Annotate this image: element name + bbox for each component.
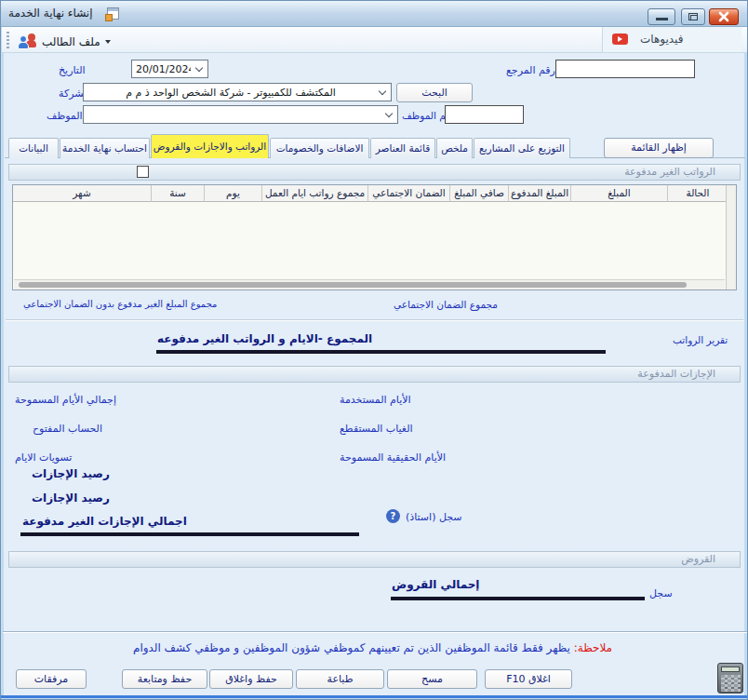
vacation-balance-label-2: رصيد الإجازات <box>32 491 110 505</box>
tab-projects-distribution[interactable]: التوزيع على المشاريع <box>474 138 570 158</box>
tab-additions-deductions[interactable]: الاضافات والخصومات <box>270 138 369 158</box>
chevron-down-icon <box>385 110 393 117</box>
loans-group-header: القروض <box>8 551 741 568</box>
minimize-icon <box>656 18 668 20</box>
clear-button[interactable]: مسح <box>387 669 477 689</box>
close-button[interactable] <box>709 8 739 25</box>
search-button[interactable]: البحث <box>396 83 473 102</box>
reference-number-input[interactable] <box>555 60 695 78</box>
reference-number-label: رقم المرجع <box>506 64 555 76</box>
video-play-icon <box>612 34 628 45</box>
column-header-social-security[interactable]: الضمان الاجتماعي <box>367 185 449 202</box>
videos-label: فيديوهات <box>640 33 683 46</box>
calculator-icon[interactable] <box>717 663 743 693</box>
salaries-report-link[interactable]: تقرير الرواتب <box>673 334 728 345</box>
grid-row-header-strip <box>726 185 736 289</box>
used-days-label: الأيام المستخدمة <box>340 394 411 406</box>
column-header-month[interactable]: شهر <box>13 185 151 202</box>
videos-panel[interactable]: فيديوهات <box>602 27 741 52</box>
company-combobox[interactable]: المكتشف للكمبيوتر - شركة الشخص الواحد ذ … <box>83 83 392 101</box>
employee-number-input[interactable] <box>445 105 524 124</box>
column-header-amount[interactable]: المبلغ <box>570 185 667 202</box>
form-icon <box>107 7 119 20</box>
chevron-down-icon <box>195 64 203 72</box>
vacations-total-double-rule <box>20 532 359 536</box>
footer-note: ملاحظة: يظهر فقط قائمة الموظفين الذين تم… <box>24 641 612 654</box>
total-unpaid-vacations-label: اجمالي الإجازات الغير مدفوعة <box>22 515 187 528</box>
note-prefix: ملاحظة: <box>570 641 612 654</box>
maximize-button[interactable] <box>681 8 705 25</box>
loans-total-label: إحمالي القروض <box>392 578 479 591</box>
scrollbar-thumb[interactable] <box>19 282 687 288</box>
unpaid-salaries-grid[interactable]: شهر سنة يوم مجموع رواتب ايام العمل الضما… <box>12 184 737 290</box>
company-value: المكتشف للكمبيوتر - شركة الشخص الواحد ذ … <box>87 87 374 99</box>
column-header-workdays-salaries-total[interactable]: مجموع رواتب ايام العمل <box>261 185 367 202</box>
close-f10-button[interactable]: F10 اغلاق <box>485 669 572 689</box>
tab-salaries-vacations-loans[interactable]: الرواتب والاجازات والقروض <box>151 134 269 158</box>
tab-items-list[interactable]: قائمة العناصر <box>370 138 435 158</box>
deducted-absence-label: الغياب المستقطع <box>340 423 413 435</box>
maximize-icon <box>688 13 698 20</box>
student-file-button[interactable]: ملف الطالب <box>12 30 116 50</box>
date-combobox[interactable]: 20/01/2024 <box>131 60 208 78</box>
print-button[interactable]: طباعة <box>296 669 384 689</box>
toolbar-grip <box>7 32 9 48</box>
actual-allowed-days-label: الأيام الحقيقية المسموحة <box>340 451 446 464</box>
social-security-total-label: مجموع الضمان الاجتماعي <box>394 299 498 310</box>
vacation-balance-label-1: رصيد الإجازات <box>32 467 110 480</box>
note-text: يظهر فقط قائمة الموظفين الذين تم تعيينهم… <box>133 641 570 654</box>
loans-total-double-rule <box>391 597 645 600</box>
loans-ledger-link[interactable]: سجل <box>649 587 673 599</box>
tab-summary[interactable]: ملخص <box>436 138 473 158</box>
column-header-day[interactable]: يوم <box>204 185 261 202</box>
date-value: 20/01/2024 <box>136 63 191 75</box>
paid-vacations-group-header: الإجازات المدفوعة <box>8 366 741 383</box>
open-account-label: الحساب المفتوح <box>33 423 102 435</box>
column-header-paid-amount[interactable]: المبلغ المدفوع <box>508 185 570 202</box>
end-of-service-window: إنشاء نهاية الخدمة ملف الطالب فيديوهات ا… <box>0 0 748 700</box>
unpaid-without-ss-total-label: مجموع المبلغ الغير مدفوع بدون الضمان الا… <box>23 299 217 309</box>
window-title: إنشاء نهاية الخدمة <box>8 7 93 20</box>
toolbar: ملف الطالب فيديوهات <box>2 27 748 53</box>
show-list-button[interactable]: إظهار القائمة <box>604 138 714 158</box>
grid-horizontal-scrollbar[interactable] <box>14 279 725 289</box>
student-file-icon <box>18 34 36 49</box>
date-label: التاريخ <box>59 64 86 76</box>
unpaid-salaries-group-header: الرواتب الغير مدفوعة <box>8 164 741 181</box>
attachments-button[interactable]: مرفقات <box>16 669 87 689</box>
tab-eos-calculation[interactable]: احتساب نهاية الخدمة <box>60 138 150 158</box>
minimize-button[interactable] <box>648 8 675 25</box>
footer-separator <box>3 631 747 633</box>
tab-data[interactable]: البيانات <box>8 138 59 158</box>
save-continue-button[interactable]: حفظ ومتابعة <box>122 669 207 689</box>
unpaid-salaries-checkbox[interactable] <box>137 166 149 178</box>
chevron-down-icon <box>105 40 111 44</box>
chevron-down-icon <box>379 88 386 95</box>
close-icon <box>710 9 738 24</box>
column-header-status[interactable]: الحالة <box>667 185 728 202</box>
window-bottom-edge <box>1 695 747 698</box>
help-icon[interactable]: ? <box>386 509 400 523</box>
ledger-ostath-link[interactable]: سجل (استاذ) <box>406 511 462 523</box>
title-bar: إنشاء نهاية الخدمة <box>1 1 747 27</box>
column-header-net-amount[interactable]: صافي المبلغ <box>449 185 508 202</box>
total-allowed-days-label: إجمالي الأيام المسموحة <box>15 394 116 406</box>
column-header-year[interactable]: سنة <box>151 185 204 202</box>
unpaid-total-line-label: المجموع -الايام و الرواتب الغير مدفوعه <box>157 332 372 345</box>
student-file-label: ملف الطالب <box>42 35 100 48</box>
employee-name-combobox[interactable] <box>83 105 398 124</box>
unpaid-total-double-rule <box>156 350 606 354</box>
day-settlements-label: تسويات الايام <box>15 451 72 464</box>
separator <box>6 319 743 321</box>
save-close-button[interactable]: حفظ واغلاق <box>209 669 293 689</box>
